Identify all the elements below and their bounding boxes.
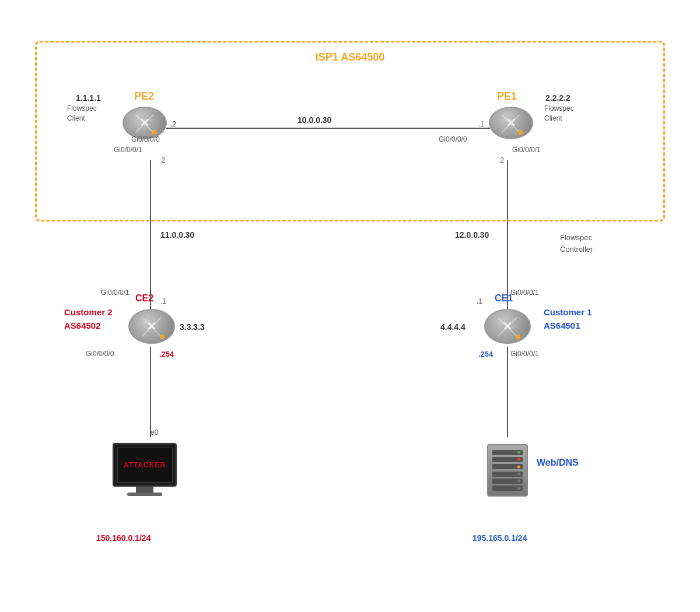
ce2-gi-bottom: Gi0/0/0/0	[86, 350, 114, 358]
flowspec-controller-label: FlowspecController	[560, 232, 593, 255]
server-device	[487, 444, 528, 497]
pe1-ce1-link-ip: 12.0.0.30	[455, 230, 489, 240]
ce2-gi-top: Gi0/0/0/1	[101, 289, 130, 297]
pe1-gi-left-label: Gi0/0/0/0	[439, 135, 467, 143]
pe2-ce2-link-ip: 11.0.0.30	[160, 230, 194, 240]
attacker-device: ATTACKER	[113, 443, 177, 496]
server-ip: 195.165.0.1/24	[473, 533, 527, 543]
ce2-ip: 3.3.3.3	[180, 322, 205, 332]
pe2-bottom-ip: .2	[159, 156, 165, 164]
ce2-label: CE2	[135, 293, 153, 304]
ce1-gi-bottom: Gi0/0/0/1	[510, 350, 539, 358]
ce2-router	[128, 309, 175, 344]
pe1-role: FlowspecClient	[544, 104, 574, 124]
pe1-ip: 2.2.2.2	[545, 93, 570, 103]
pe2-ip: 1.1.1.1	[76, 93, 101, 103]
pe2-pe1-link-ip: 10.0.0.30	[298, 115, 331, 125]
ce1-customer-label: Customer 1AS64501	[544, 306, 592, 332]
ce1-router	[484, 309, 531, 344]
pe2-role: FlowspecClient	[67, 104, 97, 124]
ce2-bottom-ip: .254	[159, 350, 174, 358]
pe2-gi-right-label: Gi0/0/0/0	[131, 135, 160, 143]
network-diagram: ISP1 AS64500 PE2 1.1.1.1 FlowspecClient …	[0, 0, 700, 612]
isp-title: ISP1 AS64500	[0, 51, 700, 64]
pe2-router	[123, 107, 167, 139]
pe2-right-ip: .2	[170, 120, 176, 128]
ce2-customer-label: Customer 2AS64502	[64, 306, 113, 332]
pe1-label: PE1	[497, 90, 517, 103]
attacker-interface: e0	[150, 428, 158, 437]
pe1-router	[489, 107, 533, 139]
pe2-gi-bottom-label: Gi0/0/0/1	[114, 146, 142, 154]
pe1-gi-bottom-label: Gi0/0/0/1	[512, 146, 541, 154]
pe1-bottom-ip: .2	[498, 156, 504, 164]
ce1-bottom-ip: .254	[478, 350, 493, 358]
ce1-ip: 4.4.4.4	[440, 322, 466, 332]
pe2-label: PE2	[134, 90, 154, 103]
pe1-left-ip: .1	[478, 120, 484, 128]
ce1-top-ip: .1	[477, 297, 482, 305]
ce2-top-ip: .1	[160, 297, 166, 305]
ce1-gi-top: Gi0/0/0/1	[510, 289, 539, 297]
server-label: Web/DNS	[537, 458, 579, 468]
attacker-ip: 150.160.0.1/24	[96, 533, 150, 543]
